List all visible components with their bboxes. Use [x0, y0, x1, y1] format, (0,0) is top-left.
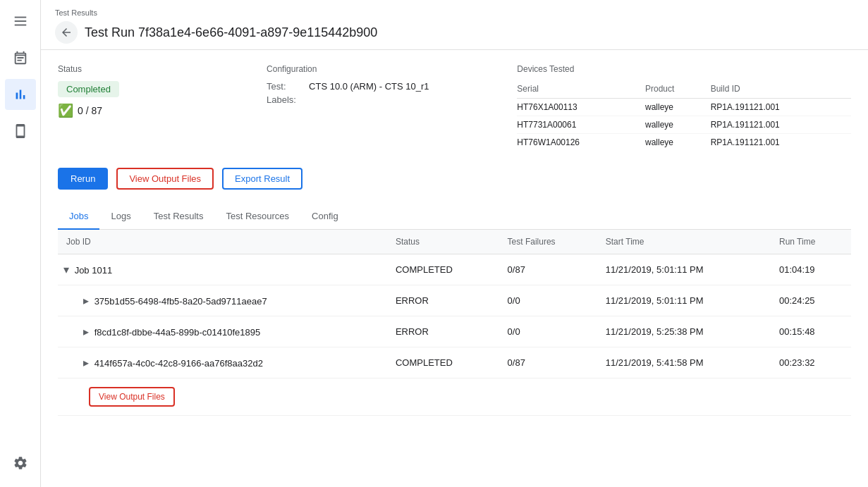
export-result-button[interactable]: Export Result	[222, 168, 302, 190]
config-block: Configuration Test: CTS 10.0 (ARM) - CTS…	[267, 64, 517, 151]
labels-key: Labels:	[267, 94, 303, 105]
cell-status: ERROR	[387, 285, 499, 316]
device-product: walleye	[645, 134, 711, 152]
main-content: Test Results Test Run 7f38a1e4-6e66-4091…	[41, 0, 868, 487]
view-output-files-button[interactable]: View Output Files	[116, 168, 214, 190]
title-row: Test Run 7f38a1e4-6e66-4091-a897-9e11544…	[55, 21, 854, 44]
cell-start-time: 11/21/2019, 5:01:11 PM	[597, 285, 771, 316]
cell-start-time: 11/21/2019, 5:25:38 PM	[597, 316, 771, 347]
tab-test-results[interactable]: Test Results	[142, 204, 215, 230]
svg-rect-1	[14, 20, 26, 22]
col-run-time: Run Time	[771, 230, 851, 254]
sidebar-item-device[interactable]	[5, 116, 36, 147]
job-id-value: 375b1d55-6498-4fb5-8a20-5ad9711aeae7	[94, 296, 267, 307]
tab-logs[interactable]: Logs	[99, 204, 142, 230]
rerun-button[interactable]: Rerun	[58, 168, 108, 190]
table-row: ▸ f8cd1c8f-dbbe-44a5-899b-c01410fe1895 E…	[58, 316, 851, 347]
test-key: Test:	[267, 81, 303, 92]
view-output-cell: View Output Files	[58, 378, 851, 416]
header: Test Results Test Run 7f38a1e4-6e66-4091…	[41, 0, 868, 50]
cell-job-id: ▸ f8cd1c8f-dbbe-44a5-899b-c01410fe1895	[58, 316, 387, 347]
cell-start-time: 11/21/2019, 5:01:11 PM	[597, 254, 771, 285]
cell-status: ERROR	[387, 316, 499, 347]
tab-jobs[interactable]: Jobs	[58, 204, 99, 230]
job-id-value: f8cd1c8f-dbbe-44a5-899b-c01410fe1895	[94, 327, 261, 338]
back-button[interactable]	[55, 21, 78, 44]
tab-config[interactable]: Config	[300, 204, 350, 230]
sidebar-item-analytics[interactable]	[5, 79, 36, 110]
config-test-row: Test: CTS 10.0 (ARM) - CTS 10_r1	[267, 81, 517, 92]
devices-block: Devices Tested Serial Product Build ID H…	[517, 64, 851, 151]
cell-start-time: 11/21/2019, 5:41:58 PM	[597, 347, 771, 378]
device-icon	[13, 123, 28, 139]
devices-table: Serial Product Build ID HT76X1A00113 wal…	[517, 81, 851, 151]
cell-test-failures: 0/87	[499, 347, 597, 378]
expand-subtask-button[interactable]: ▸	[80, 356, 92, 369]
pass-count-value: 0 / 87	[78, 105, 102, 116]
device-row: HT76W1A00126 walleye RP1A.191121.001	[517, 134, 851, 152]
status-block: Status Completed ✅ 0 / 87	[58, 64, 267, 151]
cell-run-time: 01:04:19	[771, 254, 851, 285]
expand-subtask-button[interactable]: ▸	[80, 325, 92, 338]
sidebar-item-calendar[interactable]	[5, 42, 36, 73]
page-title: Test Run 7f38a1e4-6e66-4091-a897-9e11544…	[85, 25, 377, 40]
sidebar-item-list[interactable]	[5, 6, 36, 37]
svg-rect-0	[14, 17, 26, 18]
back-arrow-icon	[60, 26, 73, 39]
device-serial: HT76W1A00126	[517, 134, 645, 152]
table-row: ▾ Job 1011 COMPLETED 0/87 11/21/2019, 5:…	[58, 254, 851, 285]
svg-rect-2	[14, 25, 26, 26]
job-id-value: Job 1011	[75, 265, 113, 276]
cell-test-failures: 0/0	[499, 285, 597, 316]
test-value: CTS 10.0 (ARM) - CTS 10_r1	[309, 81, 429, 92]
device-row: HT76X1A00113 walleye RP1A.191121.001	[517, 99, 851, 116]
breadcrumb: Test Results	[55, 8, 854, 17]
device-product: walleye	[645, 116, 711, 134]
col-start-time: Start Time	[597, 230, 771, 254]
content-area: Status Completed ✅ 0 / 87 Configuration …	[41, 50, 868, 487]
cell-run-time: 00:24:25	[771, 285, 851, 316]
table-row: ▸ 414f657a-4c0c-42c8-9166-aa76f8aa32d2 C…	[58, 347, 851, 378]
table-header-row: Job ID Status Test Failures Start Time R…	[58, 230, 851, 254]
col-test-failures: Test Failures	[499, 230, 597, 254]
tab-test-resources[interactable]: Test Resources	[214, 204, 300, 230]
settings-icon	[13, 455, 28, 471]
status-label: Status	[58, 64, 267, 74]
chart-icon	[13, 87, 28, 102]
expand-job-button[interactable]: ▾	[61, 263, 72, 276]
cell-status: COMPLETED	[387, 347, 499, 378]
check-circle-icon: ✅	[58, 103, 73, 118]
config-labels-row: Labels:	[267, 94, 517, 105]
device-build-id: RP1A.191121.001	[711, 116, 851, 134]
tabs-bar: Jobs Logs Test Results Test Resources Co…	[58, 204, 851, 230]
expand-subtask-button[interactable]: ▸	[80, 294, 92, 307]
devices-label: Devices Tested	[517, 64, 851, 74]
info-section: Status Completed ✅ 0 / 87 Configuration …	[58, 64, 851, 151]
device-build-id: RP1A.191121.001	[711, 134, 851, 152]
table-row: ▸ 375b1d55-6498-4fb5-8a20-5ad9711aeae7 E…	[58, 285, 851, 316]
actions-bar: Rerun View Output Files Export Result	[58, 168, 851, 190]
device-serial: HT7731A00061	[517, 116, 645, 134]
cell-test-failures: 0/87	[499, 254, 597, 285]
sidebar	[0, 0, 41, 487]
pass-count: ✅ 0 / 87	[58, 103, 267, 118]
cell-job-id: ▾ Job 1011	[58, 254, 387, 285]
table-row: View Output Files	[58, 378, 851, 416]
cell-run-time: 00:15:48	[771, 316, 851, 347]
cell-job-id: ▸ 375b1d55-6498-4fb5-8a20-5ad9711aeae7	[58, 285, 387, 316]
cell-job-id: ▸ 414f657a-4c0c-42c8-9166-aa76f8aa32d2	[58, 347, 387, 378]
calendar-icon	[13, 50, 28, 66]
status-badge: Completed	[58, 81, 119, 97]
cell-run-time: 00:23:32	[771, 347, 851, 378]
device-serial: HT76X1A00113	[517, 99, 645, 116]
device-row: HT7731A00061 walleye RP1A.191121.001	[517, 116, 851, 134]
job-id-value: 414f657a-4c0c-42c8-9166-aa76f8aa32d2	[94, 358, 263, 369]
devices-col-product: Product	[645, 81, 711, 99]
col-status: Status	[387, 230, 499, 254]
devices-col-serial: Serial	[517, 81, 645, 99]
inline-view-output-button[interactable]: View Output Files	[89, 387, 175, 407]
device-build-id: RP1A.191121.001	[711, 99, 851, 116]
sidebar-item-settings[interactable]	[5, 448, 36, 479]
cell-test-failures: 0/0	[499, 316, 597, 347]
jobs-table: Job ID Status Test Failures Start Time R…	[58, 230, 851, 416]
